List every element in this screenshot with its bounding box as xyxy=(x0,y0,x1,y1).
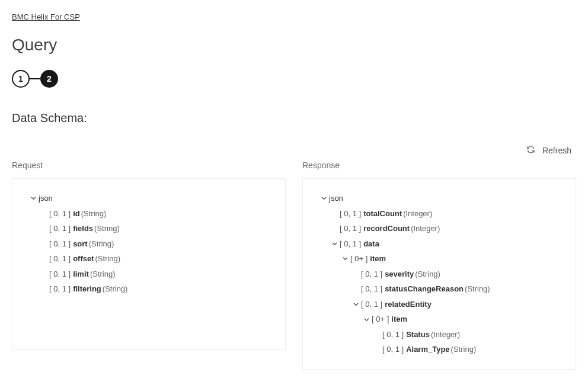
root-label: json xyxy=(39,193,53,204)
step-2[interactable]: 2 xyxy=(40,70,58,88)
root-label: json xyxy=(329,193,343,204)
tree-branch-data[interactable]: [ 0, 1 ] data xyxy=(308,236,564,252)
response-label: Response xyxy=(302,161,576,170)
refresh-button[interactable]: Refresh xyxy=(522,143,576,158)
chevron-down-icon[interactable] xyxy=(361,317,372,322)
request-column: Request json [ 0, 1 ]id (String)[ 0, 1 ]… xyxy=(12,161,286,370)
step-1[interactable]: 1 xyxy=(12,70,30,88)
tree-branch-item[interactable]: [ 0+ ] item xyxy=(308,312,564,327)
tree-root[interactable]: json xyxy=(17,191,273,206)
request-label: Request xyxy=(12,161,286,170)
request-panel: json [ 0, 1 ]id (String)[ 0, 1 ]fields (… xyxy=(12,178,286,350)
chevron-down-icon[interactable] xyxy=(318,195,329,201)
tree-leaf: [ 0, 1 ]offset (String) xyxy=(17,251,273,267)
tree-leaf: [ 0, 1 ]filtering (String) xyxy=(17,281,273,297)
tree-leaf: [ 0, 1 ]sort (String) xyxy=(17,236,273,252)
tree-branch-related-entity[interactable]: [ 0, 1 ] relatedEntity xyxy=(308,297,564,312)
chevron-down-icon[interactable] xyxy=(329,241,340,246)
tree-leaf: [ 0, 1 ] Alarm_Type (String) xyxy=(308,342,564,357)
tree-leaf: [ 0, 1 ] totalCount (Integer) xyxy=(308,206,564,222)
tree-leaf: [ 0, 1 ]id (String) xyxy=(17,206,273,222)
refresh-icon xyxy=(526,145,535,156)
stepper: 1 2 xyxy=(12,70,576,88)
tree-root[interactable]: json xyxy=(308,191,564,206)
chevron-down-icon[interactable] xyxy=(340,256,350,261)
response-panel: json [ 0, 1 ] totalCount (Integer) [ 0, … xyxy=(302,178,576,370)
tree-leaf: [ 0, 1 ] Status (Integer) xyxy=(308,327,564,342)
refresh-label: Refresh xyxy=(542,146,571,155)
tree-leaf: [ 0, 1 ]fields (String) xyxy=(17,221,273,236)
data-schema-heading: Data Schema: xyxy=(12,111,576,125)
tree-leaf: [ 0, 1 ] statusChangeReason (String) xyxy=(308,281,564,297)
response-column: Response json [ 0, 1 ] totalCount (Integ… xyxy=(302,161,576,370)
tree-branch-item[interactable]: [ 0+ ] item xyxy=(308,251,564,267)
tree-leaf: [ 0, 1 ] recordCount (Integer) xyxy=(308,221,564,236)
tree-leaf: [ 0, 1 ] severity (String) xyxy=(308,267,564,282)
chevron-down-icon[interactable] xyxy=(350,302,361,307)
chevron-down-icon[interactable] xyxy=(28,195,39,201)
breadcrumb[interactable]: BMC Helix For CSP xyxy=(12,12,80,21)
tree-leaf: [ 0, 1 ]limit (String) xyxy=(17,267,273,282)
page-title: Query xyxy=(12,36,576,54)
step-connector xyxy=(30,78,40,79)
